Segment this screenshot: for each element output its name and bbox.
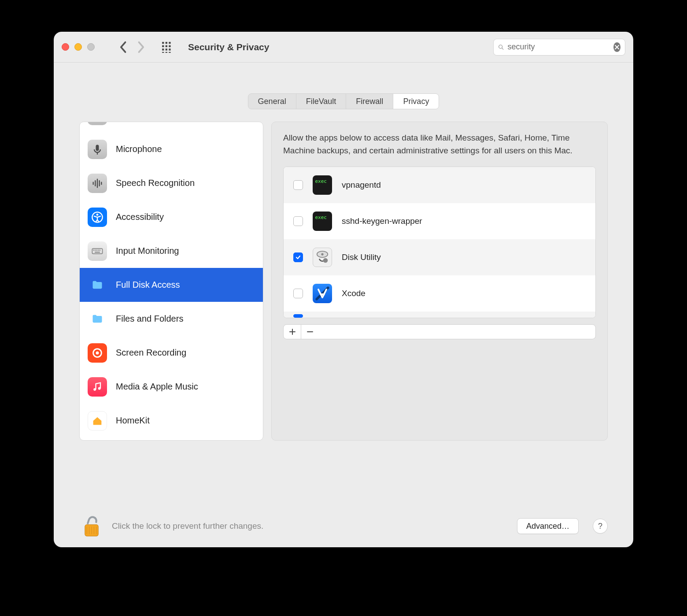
sidebar-item-label: Speech Recognition [116, 178, 195, 188]
svg-rect-4 [166, 45, 167, 47]
minimize-window-button[interactable] [74, 43, 82, 51]
sidebar-item-screen-recording[interactable]: Screen Recording [80, 336, 263, 370]
xcode-icon [313, 284, 332, 303]
app-row-disk-utility[interactable]: Disk Utility [284, 239, 595, 275]
search-icon [498, 43, 504, 51]
search-input[interactable] [508, 42, 610, 52]
svg-line-13 [502, 48, 503, 49]
question-mark-icon: ? [598, 522, 602, 531]
remove-app-button[interactable] [301, 325, 319, 339]
app-checkbox[interactable] [293, 314, 303, 318]
svg-rect-7 [166, 48, 167, 50]
sidebar-item-label: Full Disk Access [116, 280, 180, 290]
help-button[interactable]: ? [593, 519, 608, 534]
lock-open-icon [82, 514, 101, 538]
app-list[interactable]: exec vpnagentd exec sshd-keygen-wrapper [283, 167, 596, 318]
svg-rect-6 [162, 48, 164, 50]
sidebar-item-input-monitoring[interactable]: Input Monitoring [80, 234, 263, 268]
sidebar-item-speech[interactable]: Speech Recognition [80, 166, 263, 200]
detail-panel: Allow the apps below to access data like… [271, 122, 608, 441]
terminal-icon: exec [313, 175, 332, 195]
app-checkbox[interactable] [293, 289, 303, 298]
sidebar-item-full-disk-access[interactable]: Full Disk Access [80, 268, 263, 302]
sidebar-item-homekit[interactable]: HomeKit [80, 404, 263, 438]
sidebar-item-label: Microphone [116, 144, 162, 154]
sidebar-item-microphone[interactable]: Microphone [80, 132, 263, 166]
svg-rect-0 [162, 42, 164, 44]
add-app-button[interactable] [284, 325, 301, 339]
chevron-left-icon [119, 41, 127, 53]
app-name: Disk Utility [342, 252, 381, 262]
home-icon [88, 411, 107, 430]
svg-rect-11 [169, 52, 170, 52]
svg-point-33 [98, 387, 101, 390]
close-window-button[interactable] [62, 43, 69, 51]
terminal-icon: exec [313, 212, 332, 231]
app-row-sshd[interactable]: exec sshd-keygen-wrapper [284, 203, 595, 239]
sidebar-item-label: Screen Recording [116, 348, 186, 358]
app-name: vpnagentd [342, 180, 381, 190]
svg-rect-3 [162, 45, 164, 47]
lock-hint-text: Click the lock to prevent further change… [112, 521, 509, 531]
minus-icon [307, 328, 314, 335]
back-button[interactable] [118, 42, 128, 52]
add-remove-controls [283, 324, 596, 339]
sidebar-item-partial[interactable] [80, 122, 263, 132]
grid-icon [162, 41, 173, 53]
app-row-xcode[interactable]: Xcode [284, 275, 595, 312]
sidebar-item-media-music[interactable]: Media & Apple Music [80, 370, 263, 404]
folder-icon [88, 275, 107, 295]
svg-rect-26 [96, 249, 97, 250]
app-checkbox[interactable] [293, 216, 303, 226]
keyboard-icon [88, 241, 107, 261]
svg-point-37 [321, 253, 323, 255]
app-checkbox[interactable] [293, 180, 303, 190]
sidebar-item-label: Input Monitoring [116, 246, 179, 256]
clear-search-button[interactable] [613, 42, 621, 52]
record-icon [88, 343, 107, 363]
svg-rect-27 [98, 249, 99, 250]
sidebar-item-label: HomeKit [116, 416, 150, 426]
svg-text:exec: exec [315, 178, 327, 184]
checkmark-icon [295, 254, 301, 260]
show-all-button[interactable] [162, 41, 173, 53]
tab-bar: General FileVault Firewall Privacy [63, 93, 624, 109]
svg-rect-24 [93, 249, 94, 250]
search-field[interactable] [493, 39, 625, 56]
window-title: Security & Privacy [188, 42, 269, 52]
tab-general[interactable]: General [248, 94, 296, 109]
svg-rect-25 [95, 249, 96, 250]
lock-button[interactable] [79, 514, 104, 538]
forward-button[interactable] [136, 42, 147, 52]
svg-rect-10 [166, 52, 167, 52]
tab-privacy[interactable]: Privacy [393, 94, 439, 109]
x-icon [614, 45, 620, 50]
svg-rect-29 [95, 252, 100, 252]
generic-icon [88, 122, 107, 125]
advanced-button[interactable]: Advanced… [517, 518, 579, 534]
preferences-window: Security & Privacy General FileVault Fir… [54, 32, 633, 547]
svg-rect-5 [169, 45, 170, 47]
svg-text:exec: exec [315, 215, 327, 220]
accessibility-icon [88, 208, 107, 227]
plus-icon [289, 328, 296, 335]
diskutility-icon [313, 248, 332, 267]
window-body: General FileVault Firewall Privacy [54, 63, 633, 547]
svg-rect-28 [100, 249, 100, 250]
app-row-vpnagentd[interactable]: exec vpnagentd [284, 167, 595, 203]
app-name: sshd-keygen-wrapper [342, 216, 422, 226]
panel-description: Allow the apps below to access data like… [283, 132, 596, 157]
tab-firewall[interactable]: Firewall [346, 94, 393, 109]
privacy-category-list[interactable]: Microphone Speech Recognition Accessibil… [79, 122, 263, 441]
svg-rect-9 [162, 52, 164, 52]
svg-point-38 [323, 258, 328, 263]
sidebar-item-files-folders[interactable]: Files and Folders [80, 302, 263, 336]
sidebar-item-accessibility[interactable]: Accessibility [80, 200, 263, 234]
svg-point-32 [93, 388, 96, 390]
zoom-window-button[interactable] [87, 43, 95, 51]
tab-filevault[interactable]: FileVault [296, 94, 347, 109]
app-checkbox[interactable] [293, 252, 303, 262]
titlebar: Security & Privacy [54, 32, 633, 63]
app-row-partial[interactable] [284, 312, 595, 318]
window-controls [62, 43, 95, 51]
